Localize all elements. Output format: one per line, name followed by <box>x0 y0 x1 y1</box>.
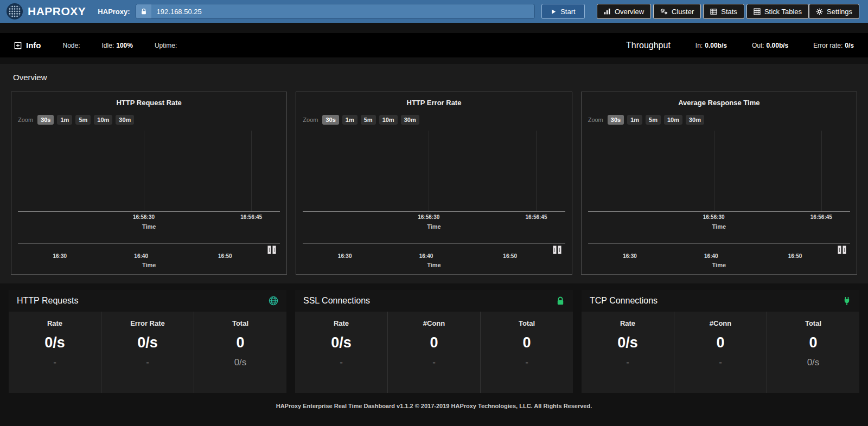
zoom-button-5m[interactable]: 5m <box>75 115 91 125</box>
overview-section: Overview HTTP Request Rate Zoom 30s 1m 5… <box>0 64 868 283</box>
card-body: Rate 0/s - #Conn 0 - Total 0 0/s <box>582 312 859 393</box>
charts-row: HTTP Request Rate Zoom 30s 1m 5m 10m 30m… <box>11 92 857 275</box>
x-axis-ticks: 16:56:30 16:56:45 <box>588 214 850 221</box>
in-value: 0.00b/s <box>705 42 727 49</box>
navigator-tick: 16:50 <box>503 253 517 259</box>
chart-title: HTTP Request Rate <box>18 99 280 107</box>
navigator-tick: 16:30 <box>338 253 352 259</box>
idle-stat: Idle:100% <box>102 42 133 49</box>
stat-sub-value: - <box>388 357 480 368</box>
zoom-button-1m[interactable]: 1m <box>57 115 72 125</box>
uptime-label: Uptime: <box>155 42 177 49</box>
haproxy-address-label: HAProxy: <box>98 8 130 16</box>
card-title: SSL Connections <box>303 296 370 306</box>
grid-icon <box>754 8 761 15</box>
stat-label: Rate <box>295 319 387 327</box>
zoom-button-30m[interactable]: 30m <box>686 115 704 125</box>
stat-column: Rate 0/s - <box>295 312 387 393</box>
gridline <box>429 131 429 211</box>
zoom-button-1m[interactable]: 1m <box>342 115 358 125</box>
lock-icon <box>136 4 151 18</box>
throughput-out: Out:0.00b/s <box>752 42 788 49</box>
zoom-button-5m[interactable]: 5m <box>361 115 376 125</box>
info-toggle[interactable]: Info <box>14 41 41 50</box>
stat-column: Total 0 0/s <box>194 312 286 393</box>
x-axis-ticks: 16:56:30 16:56:45 <box>303 214 565 221</box>
chart-title: HTTP Error Rate <box>303 99 565 107</box>
stat-sub-value: - <box>9 357 101 368</box>
gridline <box>251 131 252 211</box>
navigator-track[interactable]: 16:30 16:40 16:50 <box>588 243 850 261</box>
info-bar: Info Node: Idle:100% Uptime: Throughput … <box>0 33 868 57</box>
chart-title: Average Response Time <box>588 99 850 107</box>
zoom-button-10m[interactable]: 10m <box>664 115 682 125</box>
nav-button-stick-tables[interactable]: Stick Tables <box>746 4 809 19</box>
stat-label: Total <box>767 319 859 327</box>
footer-copyright: HAProxy Enterprise Real Time Dashboard v… <box>0 403 868 409</box>
stat-label: #Conn <box>388 319 480 327</box>
zoom-button-5m[interactable]: 5m <box>646 115 661 125</box>
zoom-button-10m[interactable]: 10m <box>379 115 398 125</box>
gears-icon <box>660 8 668 15</box>
x-axis-label: Time <box>588 223 850 230</box>
navigator-tick: 16:50 <box>218 253 232 259</box>
bar-chart-icon <box>604 8 611 15</box>
start-button-label: Start <box>560 8 575 16</box>
in-label: In: <box>695 42 703 49</box>
stat-sub-value: - <box>101 357 194 368</box>
navigator-axis-label: Time <box>588 262 850 269</box>
start-button[interactable]: Start <box>541 4 585 19</box>
settings-button[interactable]: Settings <box>809 4 859 19</box>
stat-label: #Conn <box>674 319 767 327</box>
stat-label: Total <box>481 319 573 327</box>
gear-icon <box>816 8 823 15</box>
card-body: Rate 0/s - Error Rate 0/s - Total 0 0/s <box>9 312 286 393</box>
zoom-button-1m[interactable]: 1m <box>627 115 642 125</box>
out-value: 0.00b/s <box>767 42 789 49</box>
nav-button-overview[interactable]: Overview <box>597 4 651 19</box>
zoom-button-30m[interactable]: 30m <box>116 115 134 125</box>
plug-icon <box>843 296 851 306</box>
address-input[interactable] <box>151 4 534 18</box>
navigator-axis-label: Time <box>303 262 565 269</box>
nav-button-stats[interactable]: Stats <box>703 4 744 19</box>
zoom-button-10m[interactable]: 10m <box>94 115 112 125</box>
nav-button-label: Cluster <box>672 8 694 16</box>
stat-value: 0 <box>388 334 480 351</box>
navigator-track[interactable]: 16:30 16:40 16:50 <box>18 243 280 261</box>
stat-cards-row: HTTP Requests Rate 0/s - Error Rate 0/s … <box>9 290 859 393</box>
navigator-tick: 16:50 <box>788 253 802 259</box>
stat-sub-value: - <box>295 357 387 368</box>
chart-panel-http-error-rate: HTTP Error Rate Zoom 30s 1m 5m 10m 30m 1… <box>296 92 572 275</box>
zoom-button-30s[interactable]: 30s <box>608 115 624 125</box>
navigator-ticks: 16:30 16:40 16:50 <box>588 253 850 260</box>
x-axis-label: Time <box>18 223 280 230</box>
section-title: Overview <box>13 73 857 82</box>
throughput-title: Throughput <box>626 41 671 50</box>
idle-label: Idle: <box>102 42 114 49</box>
x-axis-label: Time <box>303 223 565 230</box>
zoom-button-30m[interactable]: 30m <box>401 115 419 125</box>
gridline <box>536 131 537 211</box>
navigator-ticks: 16:30 16:40 16:50 <box>303 253 565 260</box>
nav-button-cluster[interactable]: Cluster <box>653 4 701 19</box>
zoom-button-30s[interactable]: 30s <box>322 115 339 125</box>
zoom-label: Zoom <box>588 117 603 123</box>
zoom-controls: Zoom 30s 1m 5m 10m 30m <box>303 114 565 125</box>
info-label: Info <box>26 41 41 50</box>
stat-sub-value: - <box>582 357 674 368</box>
card-title: TCP Connections <box>590 296 658 306</box>
x-axis-tick: 16:56:45 <box>525 214 547 220</box>
haproxy-logo-icon <box>7 3 23 20</box>
zoom-controls: Zoom 30s 1m 5m 10m 30m <box>18 114 280 125</box>
play-icon <box>551 9 557 15</box>
card-http-requests: HTTP Requests Rate 0/s - Error Rate 0/s … <box>9 290 286 393</box>
zoom-button-30s[interactable]: 30s <box>37 115 54 125</box>
navigator-ticks: 16:30 16:40 16:50 <box>18 253 280 260</box>
throughput-group: Throughput In:0.00b/s Out:0.00b/s Error … <box>626 41 854 50</box>
navigator-tick: 16:40 <box>704 253 718 259</box>
chart-plot-area <box>588 131 850 212</box>
stat-column: #Conn 0 - <box>387 312 480 393</box>
out-label: Out: <box>752 42 764 49</box>
navigator-track[interactable]: 16:30 16:40 16:50 <box>303 243 565 261</box>
